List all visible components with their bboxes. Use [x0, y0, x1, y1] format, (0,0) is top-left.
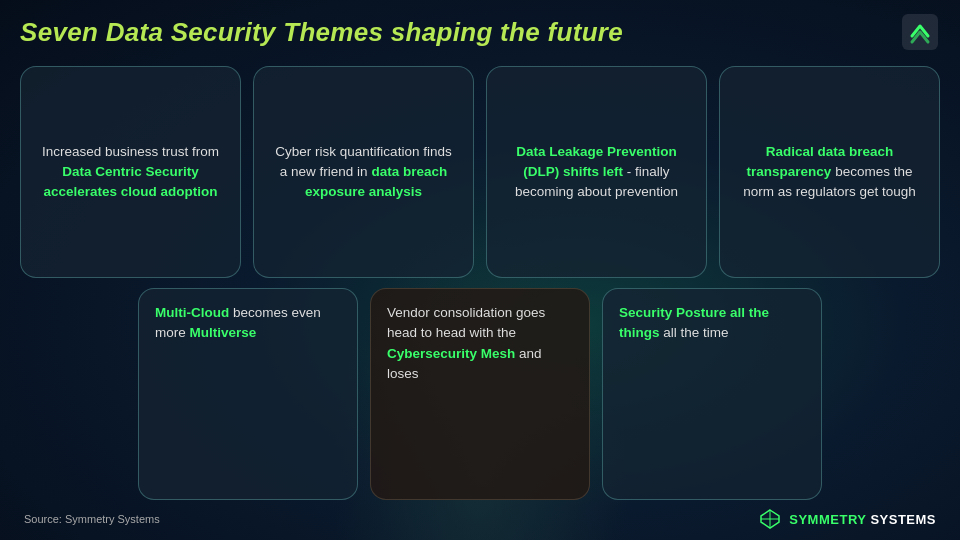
card-security-posture: Security Posture all the things all the …	[602, 288, 822, 500]
card7-text: Security Posture all the things all the …	[619, 303, 805, 344]
source-label: Source: Symmetry Systems	[24, 513, 160, 525]
card3-text: Data Leakage Prevention (DLP) shifts lef…	[503, 142, 690, 203]
card5-highlight1: Multi-Cloud	[155, 305, 229, 320]
main-container: Seven Data Security Themes shaping the f…	[0, 0, 960, 540]
card-dlp: Data Leakage Prevention (DLP) shifts lef…	[486, 66, 707, 278]
footer: Source: Symmetry Systems SYMMETRY SYSTEM…	[20, 508, 940, 530]
card-radical-transparency: Radical data breach transparency becomes…	[719, 66, 940, 278]
card4-highlight: Radical data breach transparency	[747, 144, 894, 179]
card1-text: Increased business trust from Data Centr…	[37, 142, 224, 203]
brand-text: SYMMETRY SYSTEMS	[789, 512, 936, 527]
brand-systems: SYSTEMS	[870, 512, 936, 527]
brand-icon	[759, 508, 781, 530]
bottom-cards-row: Multi-Cloud becomes even more Multiverse…	[20, 288, 940, 500]
card-multicloud: Multi-Cloud becomes even more Multiverse	[138, 288, 358, 500]
card-data-centric: Increased business trust from Data Centr…	[20, 66, 241, 278]
card7-highlight: Security Posture all the things	[619, 305, 769, 340]
brand-symmetry: SYMMETRY	[789, 512, 866, 527]
card5-text: Multi-Cloud becomes even more Multiverse	[155, 303, 341, 344]
card1-highlight: Data Centric Security accelerates cloud …	[43, 164, 217, 199]
card-cyber-risk: Cyber risk quantification finds a new fr…	[253, 66, 474, 278]
top-cards-row: Increased business trust from Data Centr…	[20, 66, 940, 278]
card6-highlight: Cybersecurity Mesh	[387, 346, 515, 361]
card2-highlight: data breach exposure analysis	[305, 164, 447, 199]
card6-text: Vendor consolidation goes head to head w…	[387, 303, 573, 384]
card3-highlight: Data Leakage Prevention (DLP) shifts lef…	[516, 144, 677, 179]
logo-chevron-icon	[900, 12, 940, 52]
card2-text: Cyber risk quantification finds a new fr…	[270, 142, 457, 203]
header: Seven Data Security Themes shaping the f…	[20, 12, 940, 52]
card-vendor-consolidation: Vendor consolidation goes head to head w…	[370, 288, 590, 500]
brand-logo: SYMMETRY SYSTEMS	[759, 508, 936, 530]
page-title: Seven Data Security Themes shaping the f…	[20, 17, 623, 48]
card5-highlight2: Multiverse	[190, 325, 257, 340]
card4-text: Radical data breach transparency becomes…	[736, 142, 923, 203]
